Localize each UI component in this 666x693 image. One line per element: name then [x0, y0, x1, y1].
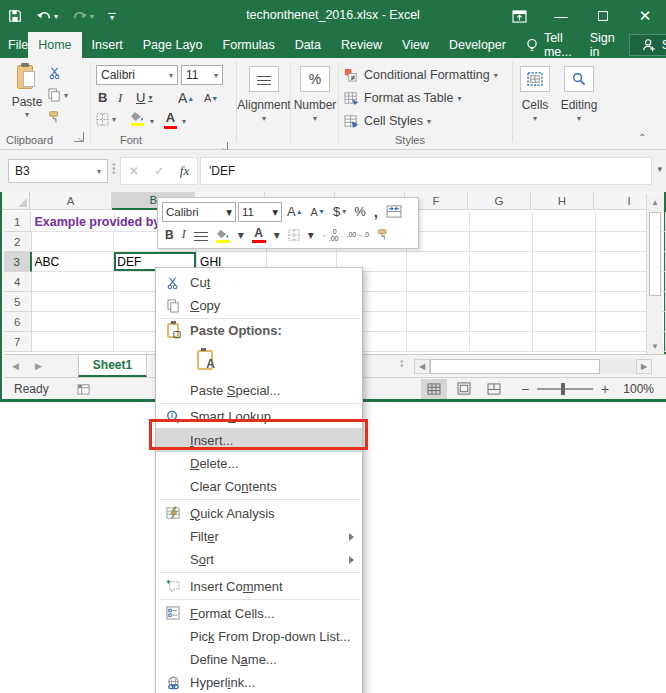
- scroll-left-icon[interactable]: ◀: [414, 359, 430, 374]
- decrease-decimal-icon[interactable]: .00→.0: [344, 225, 373, 245]
- cell-A5[interactable]: [32, 292, 115, 312]
- tab-review[interactable]: Review: [331, 32, 392, 58]
- borders-button[interactable]: ▾: [96, 113, 116, 126]
- mini-comma-button[interactable]: ,: [371, 202, 381, 222]
- share-button[interactable]: Share: [629, 34, 666, 56]
- copy-button[interactable]: ▾: [48, 88, 68, 102]
- grow-font-button[interactable]: A▲: [178, 90, 194, 106]
- paste-dropdown-icon[interactable]: ▾: [25, 110, 29, 119]
- mini-font-name-select[interactable]: Calibri▾: [162, 202, 236, 222]
- cancel-icon[interactable]: ✕: [129, 164, 139, 178]
- ribbon-display-options-icon[interactable]: [498, 0, 540, 32]
- menu-item-cut[interactable]: Cut: [156, 271, 362, 294]
- cell-F7[interactable]: [407, 332, 470, 352]
- vertical-scrollbar[interactable]: ▲ ▼: [646, 194, 662, 354]
- close-button[interactable]: ✕: [624, 0, 666, 32]
- copy-dropdown-icon[interactable]: ▾: [64, 91, 68, 100]
- mini-font-color-dropdown-icon[interactable]: ▾: [271, 225, 283, 245]
- mini-font-size-select[interactable]: 11▾: [238, 202, 282, 222]
- cell-A1[interactable]: Example provided by: [31, 212, 115, 232]
- expand-formula-bar-icon[interactable]: ▾: [657, 164, 662, 174]
- minimize-button[interactable]: —: [540, 0, 582, 32]
- vertical-scroll-thumb[interactable]: [649, 212, 661, 296]
- menu-item-delete[interactable]: Delete...: [156, 452, 362, 475]
- menu-item-clear-contents[interactable]: Clear Contents: [156, 475, 362, 498]
- horizontal-scrollbar[interactable]: ◀ ▶: [414, 358, 652, 375]
- sheet-nav-left-icon[interactable]: ◀: [4, 355, 27, 377]
- cell-H6[interactable]: [533, 312, 596, 332]
- tabbar-splitter[interactable]: ••: [400, 360, 404, 368]
- tell-me-box[interactable]: Tell me...: [516, 32, 582, 58]
- row-header-1[interactable]: 1: [4, 212, 31, 232]
- cell-A2[interactable]: [32, 232, 115, 252]
- mini-italic-button[interactable]: I: [179, 225, 189, 245]
- increase-decimal-icon[interactable]: ←.0.00: [319, 225, 342, 245]
- sheet-tab-sheet1[interactable]: Sheet1: [78, 355, 147, 377]
- collapse-ribbon-icon[interactable]: ⌃: [638, 132, 646, 143]
- cell-H3[interactable]: [533, 252, 596, 272]
- font-color-dropdown-icon[interactable]: ▾: [182, 117, 186, 126]
- scroll-up-icon[interactable]: ▲: [647, 194, 663, 210]
- zoom-slider[interactable]: [537, 388, 593, 390]
- cut-button[interactable]: [48, 66, 62, 80]
- menu-item-sort[interactable]: Sort: [156, 548, 362, 571]
- cell-F5[interactable]: [407, 292, 470, 312]
- mini-percent-button[interactable]: %: [351, 202, 369, 222]
- name-box[interactable]: B3 ▾: [8, 159, 108, 183]
- macro-record-icon[interactable]: [77, 383, 91, 395]
- merge-center-icon[interactable]: [383, 202, 405, 222]
- name-box-dropdown-icon[interactable]: ▾: [97, 167, 101, 176]
- tab-page-layout[interactable]: Page Layo: [133, 32, 213, 58]
- format-painter-button[interactable]: [48, 110, 62, 124]
- italic-button[interactable]: I: [118, 90, 122, 106]
- cell-G1[interactable]: [470, 212, 533, 232]
- font-size-select[interactable]: 11▾: [181, 65, 223, 85]
- mini-bold-button[interactable]: B: [162, 225, 177, 245]
- menu-item-quick-analysis[interactable]: Quick Analysis: [156, 501, 362, 525]
- cell-A6[interactable]: [32, 312, 115, 332]
- horizontal-scroll-track[interactable]: [600, 359, 636, 374]
- mini-shrink-font-button[interactable]: A▼: [308, 202, 328, 222]
- menu-item-filter[interactable]: Filter: [156, 525, 362, 548]
- row-header-5[interactable]: 5: [4, 292, 32, 312]
- menu-item-paste-special[interactable]: Paste Special...: [156, 379, 362, 402]
- fill-color-button[interactable]: [130, 111, 145, 126]
- cell-styles-button[interactable]: Cell Styles▾: [344, 114, 431, 128]
- scroll-down-icon[interactable]: ▼: [647, 338, 663, 354]
- cell-G2[interactable]: [470, 232, 533, 252]
- mini-center-align-icon[interactable]: [191, 225, 211, 245]
- cell-H1[interactable]: [533, 212, 596, 232]
- tab-formulas[interactable]: Formulas: [213, 32, 285, 58]
- cell-A4[interactable]: [32, 272, 115, 292]
- horizontal-scroll-thumb[interactable]: [430, 359, 600, 374]
- paste-button[interactable]: Paste ▾: [8, 64, 46, 119]
- number-group-button[interactable]: % Number ▾: [293, 66, 337, 123]
- enter-icon[interactable]: ✓: [154, 164, 164, 178]
- font-color-button[interactable]: A: [164, 110, 177, 129]
- normal-view-button[interactable]: [421, 379, 447, 399]
- mini-fill-color-button[interactable]: [213, 225, 233, 245]
- fill-color-dropdown-icon[interactable]: ▾: [150, 117, 154, 126]
- cell-A7[interactable]: [32, 332, 115, 352]
- cell-G7[interactable]: [470, 332, 533, 352]
- paste-keep-source-icon[interactable]: A: [190, 344, 220, 376]
- cell-H2[interactable]: [533, 232, 596, 252]
- cell-G5[interactable]: [470, 292, 533, 312]
- zoom-in-button[interactable]: +: [601, 381, 609, 397]
- cell-F3[interactable]: [407, 252, 470, 272]
- underline-button[interactable]: U▾: [136, 90, 152, 105]
- menu-item-insert-comment[interactable]: Insert Comment: [156, 574, 362, 598]
- cell-H4[interactable]: [533, 272, 596, 292]
- tab-home[interactable]: Home: [28, 32, 81, 58]
- mini-grow-font-button[interactable]: A▲: [284, 202, 306, 222]
- alignment-group-button[interactable]: Alignment ▾: [240, 66, 288, 123]
- cell-F6[interactable]: [407, 312, 470, 332]
- bold-button[interactable]: B: [98, 90, 107, 105]
- cell-H7[interactable]: [533, 332, 596, 352]
- column-header-g[interactable]: G: [468, 192, 531, 210]
- menu-item-format-cells[interactable]: Format Cells...: [156, 601, 362, 625]
- select-all-corner[interactable]: [2, 192, 30, 210]
- sign-in-button[interactable]: Sign in: [582, 32, 623, 58]
- cell-G3[interactable]: [470, 252, 533, 272]
- row-header-3[interactable]: 3: [4, 252, 32, 272]
